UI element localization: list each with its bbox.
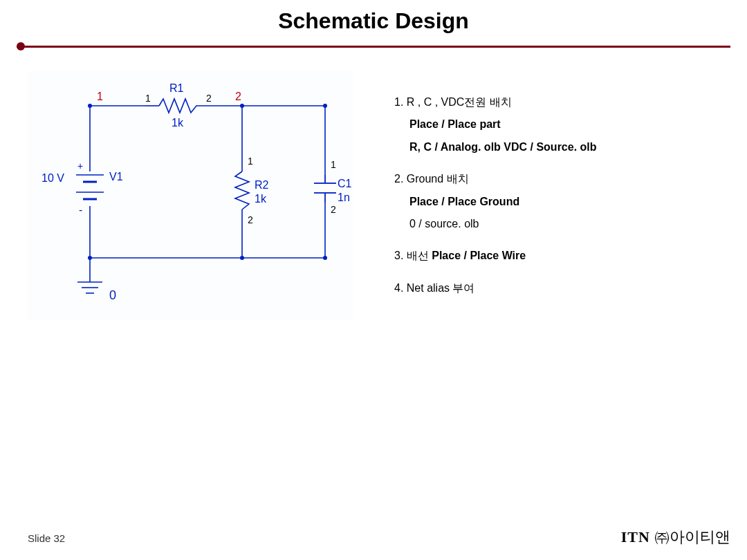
svg-point-13 [323,104,327,108]
svg-text:2: 2 [206,93,212,104]
instruction-1: 1. R , C , VDC전원 배치 Place / Place part R… [394,95,597,155]
instruction-2-sub2: 0 / source. olb [409,216,597,232]
instruction-list: 1. R , C , VDC전원 배치 Place / Place part R… [394,71,597,312]
svg-text:1: 1 [145,93,151,104]
title-rule [0,42,747,50]
resistor-r2 [235,161,249,220]
svg-point-11 [88,104,92,108]
v1-ref: V1 [109,171,123,183]
instruction-2-sub1: Place / Place Ground [409,196,519,207]
instruction-4: 4. Net alias 부여 [394,281,597,296]
v1-value: 10 V [42,172,64,184]
c1-ref: C1 [338,178,352,189]
net-label-1: 1 [97,91,103,102]
instruction-1-sub1: Place / Place part [409,118,501,130]
instruction-1-sub2: R, C / Analog. olb VDC / Source. olb [409,141,597,153]
r2-value: 1k [255,193,267,205]
brand-hangul: ㈜아이티앤 [650,528,730,545]
svg-text:2: 2 [331,204,336,215]
instruction-2-head: 2. Ground 배치 [394,173,469,185]
schematic-diagram: + - 1 2 1 2 1 2 1 2 R1 1k R2 1k C1 [28,71,353,320]
c1-value: 1n [338,192,350,203]
footer: Slide 32 ITN ㈜아이티앤 [28,527,730,548]
r1-value: 1k [172,117,184,129]
r1-ref: R1 [169,82,184,94]
net-label-2: 2 [235,91,241,102]
ground-label: 0 [109,288,116,302]
instruction-3-bold: Place / Place Wire [432,250,526,261]
instruction-4-head: 4. Net alias 부여 [394,282,474,294]
brand-logo: ITN ㈜아이티앤 [621,527,730,548]
svg-point-16 [323,256,327,260]
resistor-r1 [159,99,201,113]
svg-text:+: + [77,160,83,171]
brand-itn: ITN [621,528,650,545]
r2-ref: R2 [255,179,269,191]
svg-text:-: - [79,204,82,216]
instruction-2: 2. Ground 배치 Place / Place Ground 0 / so… [394,171,597,232]
capacitor-c1 [314,175,336,203]
content-area: + - 1 2 1 2 1 2 1 2 R1 1k R2 1k C1 [0,50,747,320]
page-title: Schematic Design [0,0,747,39]
instruction-3-pre: 3. 배선 [394,250,432,261]
ground-symbol [77,282,102,293]
instruction-1-head: 1. R , C , VDC전원 배치 [394,96,512,108]
instruction-3: 3. 배선 Place / Place Wire [394,248,597,263]
svg-text:1: 1 [331,159,336,170]
svg-point-15 [240,256,244,260]
svg-text:1: 1 [248,156,253,167]
svg-point-12 [240,104,244,108]
svg-point-14 [88,256,92,260]
slide-number: Slide 32 [28,532,65,544]
svg-text:2: 2 [248,214,253,225]
